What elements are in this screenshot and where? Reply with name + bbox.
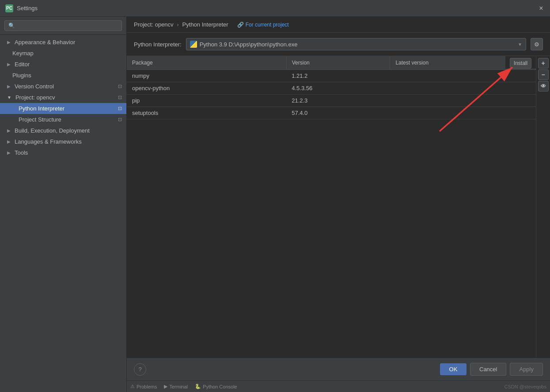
sidebar-item-version-control[interactable]: ▶ Version Control ⊡: [0, 81, 126, 92]
bottom-left: ?: [134, 363, 146, 376]
breadcrumb-page: Python Interpreter: [182, 21, 228, 28]
console-icon: 🐍: [195, 384, 201, 389]
eye-button[interactable]: 👁: [538, 81, 549, 91]
dialog-body: ▶ Appearance & Behavior Keymap ▶ Editor …: [0, 17, 550, 392]
terminal-label: Terminal: [169, 384, 188, 389]
sidebar-item-label: Project Structure: [19, 116, 61, 123]
sidebar-item-label: Keymap: [12, 50, 34, 57]
structure-icon: ⊡: [118, 117, 122, 122]
sidebar-item-label: Version Control: [15, 83, 54, 90]
sidebar-item-tools[interactable]: ▶ Tools: [0, 147, 126, 158]
interpreter-dropdown[interactable]: Python 3.9 D:\Apps\python\python.exe ▼: [186, 38, 526, 50]
status-bar: ⚠ Problems ▶ Terminal 🐍 Python Console C…: [127, 381, 550, 392]
vcs-icon: ⊡: [118, 84, 122, 89]
interpreter-settings-button[interactable]: ⚙: [531, 38, 543, 50]
sidebar-item-label: Languages & Frameworks: [15, 138, 82, 145]
sidebar-item-label: Plugins: [12, 72, 31, 79]
col-package: Package: [127, 56, 286, 70]
arrow-icon: ▶: [7, 84, 11, 89]
gear-icon: ⚙: [534, 41, 539, 48]
link-text: For current project: [246, 22, 289, 28]
action-buttons: + − 👁: [536, 56, 550, 358]
main-content: Project: opencv › Python Interpreter 🔗 F…: [127, 17, 550, 392]
table-row: pip 21.2.3: [127, 95, 536, 107]
bottom-right: OK Cancel Apply: [440, 363, 543, 376]
console-label: Python Console: [203, 384, 237, 389]
remove-package-button[interactable]: −: [538, 69, 549, 80]
pkg-name: pip: [127, 95, 286, 107]
table-row: opencv-python 4.5.3.56: [127, 82, 536, 95]
link-icon: 🔗: [237, 22, 244, 28]
sidebar-item-keymap[interactable]: Keymap: [0, 48, 126, 59]
package-table: Package Version Latest version numpy 1.2…: [127, 56, 536, 119]
arrow-down-icon: ▼: [7, 95, 11, 100]
pkg-version: 21.2.3: [286, 95, 390, 107]
help-button[interactable]: ?: [134, 363, 146, 376]
search-input[interactable]: [4, 20, 122, 31]
table-row: setuptools 57.4.0: [127, 107, 536, 119]
pkg-version: 4.5.3.56: [286, 82, 390, 95]
interpreter-label: Python Interpreter:: [134, 41, 182, 48]
problems-tab[interactable]: ⚠ Problems: [130, 384, 157, 389]
sidebar-items: ▶ Appearance & Behavior Keymap ▶ Editor …: [0, 35, 126, 392]
sidebar-item-appearance[interactable]: ▶ Appearance & Behavior: [0, 37, 126, 48]
breadcrumb-project: Project: opencv: [134, 21, 174, 28]
sidebar-item-label: Build, Execution, Deployment: [15, 127, 90, 134]
pkg-latest: [390, 70, 536, 82]
dropdown-arrow-icon: ▼: [518, 42, 522, 47]
package-area: Package Version Latest version numpy 1.2…: [127, 56, 550, 358]
close-button[interactable]: ×: [538, 5, 545, 12]
sidebar-item-languages[interactable]: ▶ Languages & Frameworks: [0, 136, 126, 147]
project-icon: ⊡: [118, 95, 122, 100]
problems-label: Problems: [137, 384, 157, 389]
arrow-icon: ▶: [7, 62, 11, 67]
sidebar-item-label: Python Interpreter: [19, 105, 64, 112]
package-table-container: Package Version Latest version numpy 1.2…: [127, 56, 536, 358]
sidebar-item-editor[interactable]: ▶ Editor: [0, 59, 126, 70]
interpreter-row: Python Interpreter: Python 3.9 D:\Apps\p…: [127, 33, 550, 56]
apply-button[interactable]: Apply: [510, 363, 543, 376]
app-icon: PC: [5, 4, 13, 12]
project-link[interactable]: 🔗 For current project: [237, 22, 289, 28]
sidebar-item-plugins[interactable]: Plugins: [0, 70, 126, 81]
sidebar: ▶ Appearance & Behavior Keymap ▶ Editor …: [0, 17, 127, 392]
sidebar-item-project-opencv[interactable]: ▼ Project: opencv ⊡: [0, 92, 126, 103]
install-button[interactable]: Install: [510, 58, 531, 69]
interpreter-text: Python 3.9 D:\Apps\python\python.exe: [200, 41, 515, 48]
settings-dialog: PC Settings × ▶ Appearance & Behavior Ke…: [0, 0, 550, 392]
arrow-icon: ▶: [7, 128, 11, 133]
sidebar-item-label: Appearance & Behavior: [15, 39, 75, 46]
sidebar-item-label: Editor: [15, 61, 30, 68]
cancel-button[interactable]: Cancel: [470, 363, 506, 376]
sidebar-item-project-structure[interactable]: Project Structure ⊡: [0, 114, 126, 125]
python-console-tab[interactable]: 🐍 Python Console: [195, 384, 237, 389]
table-row: numpy 1.21.2: [127, 70, 536, 82]
pkg-version: 1.21.2: [286, 70, 390, 82]
sidebar-item-label: Tools: [15, 149, 28, 156]
pkg-name: opencv-python: [127, 82, 286, 95]
install-panel: Install: [505, 56, 536, 69]
terminal-tab[interactable]: ▶ Terminal: [164, 384, 188, 389]
terminal-icon: ▶: [164, 384, 167, 389]
dialog-title: Settings: [17, 5, 538, 11]
python-icon: [190, 41, 197, 48]
settings-icon: ⊡: [118, 106, 122, 111]
pkg-version: 57.4.0: [286, 107, 390, 119]
watermark: CSDN @steveqobs: [504, 383, 546, 390]
sidebar-item-label: Project: opencv: [15, 94, 55, 101]
sidebar-search-area: [0, 17, 126, 35]
bottom-bar-inner: ? OK Cancel Apply: [134, 363, 543, 376]
pkg-name: numpy: [127, 70, 286, 82]
pkg-name: setuptools: [127, 107, 286, 119]
sidebar-item-python-interpreter[interactable]: Python Interpreter ⊡: [0, 103, 126, 114]
sidebar-item-build[interactable]: ▶ Build, Execution, Deployment: [0, 125, 126, 136]
breadcrumb-sep: ›: [177, 22, 179, 28]
add-package-button[interactable]: +: [538, 58, 549, 69]
pkg-latest: [390, 107, 536, 119]
bottom-bar: ? OK Cancel Apply: [127, 358, 550, 381]
ok-button[interactable]: OK: [440, 363, 467, 375]
pkg-latest: [390, 95, 536, 107]
problems-icon: ⚠: [130, 384, 135, 389]
arrow-icon: ▶: [7, 139, 11, 144]
title-bar: PC Settings ×: [0, 0, 550, 17]
